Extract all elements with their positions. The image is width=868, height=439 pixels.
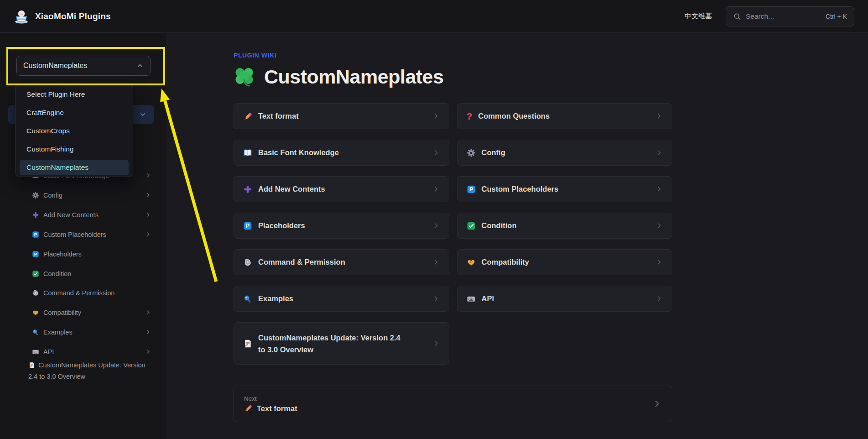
sidebar-item-label: Compatibility: [43, 309, 81, 316]
chevron-up-icon: [136, 62, 144, 69]
check-badge-icon: [32, 270, 39, 277]
p-badge-icon: P: [32, 231, 39, 238]
card-update-overview[interactable]: CustomNameplates Update: Version 2.4 to …: [234, 322, 449, 365]
card-label: Custom Placeholders: [482, 185, 559, 193]
card-label: Common Questions: [478, 112, 550, 120]
sidebar-item-examples[interactable]: Examples: [0, 323, 166, 342]
chevron-down-icon: [139, 111, 146, 118]
card-basic-font-knowledge[interactable]: Basic Font Knowledge: [234, 140, 449, 166]
sidebar-item-placeholders[interactable]: P Placeholders: [0, 245, 166, 264]
svg-text:P: P: [34, 251, 37, 256]
card-api[interactable]: API: [457, 286, 673, 312]
svg-text:P: P: [34, 232, 37, 237]
chevron-right-icon: [145, 212, 151, 218]
sidebar-item-add-new-contents[interactable]: Add New Contents: [0, 205, 166, 225]
handshake-icon: [467, 258, 476, 267]
plugin-option-select-here[interactable]: Select Plugin Here: [16, 85, 133, 104]
chevron-right-icon: [432, 185, 440, 193]
card-compatibility[interactable]: Compatibility: [457, 249, 673, 275]
sidebar-item-update-overview[interactable]: CustomNameplates Update: Version 2.4 to …: [0, 360, 155, 382]
eyebrow-label: PLUGIN WIKI: [234, 52, 868, 59]
memo-icon: [28, 362, 35, 369]
sidebar-item-label: Add New Contents: [43, 211, 99, 219]
plugin-option-customnameplates-selected[interactable]: CustomNameplates: [20, 160, 129, 175]
memo-icon: [243, 339, 252, 348]
chevron-right-icon: [432, 222, 440, 230]
sidebar-item-label: Examples: [43, 329, 73, 336]
search-shortcut: Ctrl + K: [826, 13, 847, 20]
plugin-option-customfishing[interactable]: CustomFishing: [16, 140, 133, 158]
chevron-right-icon: [655, 258, 663, 266]
shell-icon: [32, 289, 39, 297]
gear-icon: [32, 192, 39, 199]
chevron-right-icon: [655, 149, 663, 157]
pager-target-label: Text format: [257, 404, 297, 413]
card-label: Add New Contents: [258, 185, 325, 193]
four-leaf-clover-icon: [234, 66, 255, 88]
chevron-right-icon: [145, 231, 151, 237]
sidebar-item-command-permission[interactable]: Command & Permission: [0, 283, 166, 303]
chevron-right-icon: [432, 258, 440, 266]
p-badge-icon: P: [243, 221, 252, 230]
pager-direction-label: Next: [244, 395, 297, 402]
plugin-selector-value: CustomNameplates: [23, 62, 88, 70]
chevron-right-icon: [145, 192, 151, 198]
card-label: API: [482, 294, 494, 303]
magnifier-icon: [32, 329, 39, 336]
shell-icon: [243, 258, 252, 267]
sidebar-item-config[interactable]: Config: [0, 186, 166, 205]
chevron-right-icon: [432, 340, 440, 347]
card-common-questions[interactable]: ? Common Questions: [457, 103, 673, 129]
chevron-right-icon: [145, 172, 151, 178]
sidebar-item-label: Command & Permission: [43, 289, 114, 297]
card-placeholders[interactable]: P Placeholders: [234, 213, 449, 239]
sidebar-item-label: CustomNameplates Update: Version 2.4 to …: [28, 361, 146, 380]
search-input[interactable]: Search... Ctrl + K: [726, 6, 854, 26]
sidebar-item-label: Custom Placeholders: [43, 231, 106, 238]
card-label: Config: [482, 148, 505, 157]
language-switch-link[interactable]: 中文维基: [685, 12, 712, 21]
card-grid: Text format ? Common Questions Basic Fon…: [234, 103, 672, 365]
card-config[interactable]: Config: [457, 140, 673, 166]
card-condition[interactable]: Condition: [457, 213, 673, 239]
card-command-permission[interactable]: Command & Permission: [234, 249, 449, 275]
p-badge-icon: P: [32, 251, 39, 258]
search-placeholder: Search...: [746, 12, 774, 21]
card-label: Placeholders: [258, 221, 305, 230]
sidebar-item-custom-placeholders[interactable]: P Custom Placeholders: [0, 225, 166, 244]
pencil-icon: [244, 404, 252, 413]
sidebar-item-label: Placeholders: [43, 251, 82, 258]
plugin-option-customcrops[interactable]: CustomCrops: [16, 122, 133, 140]
brand-home-link[interactable]: XiaoMoMi Plugins: [14, 9, 111, 24]
sidebar-item-label: API: [43, 348, 54, 355]
chevron-right-icon: [655, 112, 663, 120]
pencil-icon: [243, 112, 252, 121]
chevron-right-icon: [655, 185, 663, 193]
sidebar-item-condition[interactable]: Condition: [0, 264, 166, 283]
page-title: CustomNameplates: [264, 66, 443, 88]
chevron-right-icon: [145, 309, 151, 315]
card-examples[interactable]: Examples: [234, 286, 449, 312]
card-label: Examples: [258, 294, 293, 303]
keyboard-icon: [32, 348, 39, 355]
chevron-right-icon: [655, 222, 663, 230]
sidebar-item-compatibility[interactable]: Compatibility: [0, 303, 166, 322]
plugin-option-craftengine[interactable]: CraftEngine: [16, 104, 133, 122]
plugin-selector-dropdown[interactable]: CustomNameplates: [16, 56, 151, 76]
card-add-new-contents[interactable]: Add New Contents: [234, 176, 449, 202]
gear-icon: [467, 148, 476, 157]
chevron-right-icon: [652, 399, 662, 409]
check-badge-icon: [467, 221, 476, 230]
magnifier-icon: [243, 294, 252, 303]
card-label: CustomNameplates Update: Version 2.4 to …: [258, 332, 404, 355]
sidebar-item-label: Condition: [43, 270, 71, 277]
svg-text:P: P: [469, 186, 473, 193]
sidebar-item-api[interactable]: API: [0, 342, 166, 361]
sidebar-item-label: Config: [43, 192, 62, 199]
card-custom-placeholders[interactable]: P Custom Placeholders: [457, 176, 673, 202]
chevron-right-icon: [145, 329, 151, 335]
card-label: Basic Font Knowledge: [258, 148, 339, 157]
card-text-format[interactable]: Text format: [234, 103, 449, 129]
plugin-dropdown-menu: Select Plugin Here CraftEngine CustomCro…: [15, 84, 133, 177]
next-page-link[interactable]: Next Text format: [234, 386, 672, 422]
